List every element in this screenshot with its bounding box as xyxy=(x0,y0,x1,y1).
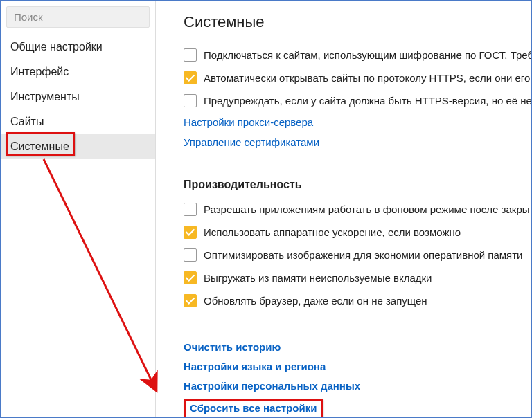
checkbox[interactable] xyxy=(184,48,197,62)
checkbox-row-optimize-images[interactable]: Оптимизировать изображения для экономии … xyxy=(184,248,531,262)
link-reset-all[interactable]: Сбросить все настройки xyxy=(190,402,317,414)
checkbox-label: Использовать аппаратное ускорение, если … xyxy=(204,225,461,239)
checkbox[interactable] xyxy=(184,248,197,262)
checkbox-label: Разрешать приложениям работать в фоновом… xyxy=(204,202,531,217)
checkbox[interactable] xyxy=(184,203,197,216)
sidebar-item-sites[interactable]: Сайты xyxy=(1,109,155,134)
checkbox-label: Оптимизировать изображения для экономии … xyxy=(204,248,522,262)
checkbox-row-hw-accel[interactable]: Использовать аппаратное ускорение, если … xyxy=(184,225,531,239)
sidebar: Поиск Общие настройки Интерфейс Инструме… xyxy=(1,1,156,417)
section-performance-title: Производительность xyxy=(184,179,531,191)
checkbox-label: Обновлять браузер, даже если он не запущ… xyxy=(204,293,427,308)
system-links: Настройки прокси-сервера Управление серт… xyxy=(184,116,531,156)
checkbox-row-update-browser[interactable]: Обновлять браузер, даже если он не запущ… xyxy=(184,293,531,308)
content-panel: Системные Подключаться к сайтам, использ… xyxy=(156,1,531,417)
sidebar-item-system[interactable]: Системные xyxy=(1,134,155,159)
page-title: Системные xyxy=(184,13,531,31)
checkbox[interactable] xyxy=(184,271,197,284)
checkbox[interactable] xyxy=(184,226,197,239)
bottom-links: Очистить историю Настройки языка и регио… xyxy=(184,341,531,417)
checkbox-label: Выгружать из памяти неиспользуемые вклад… xyxy=(204,271,432,285)
checkbox-row-unload-tabs[interactable]: Выгружать из памяти неиспользуемые вклад… xyxy=(184,271,531,285)
link-proxy-settings[interactable]: Настройки прокси-сервера xyxy=(184,116,313,128)
link-certificates[interactable]: Управление сертификатами xyxy=(184,136,319,148)
sidebar-item-interface[interactable]: Интерфейс xyxy=(1,60,155,84)
checkbox-label: Предупреждать, если у сайта должна быть … xyxy=(204,93,531,108)
checkbox[interactable] xyxy=(184,94,197,107)
search-input[interactable]: Поиск xyxy=(6,6,150,28)
sidebar-item-tools[interactable]: Инструменты xyxy=(1,84,155,109)
sidebar-item-general[interactable]: Общие настройки xyxy=(1,35,155,60)
checkbox-label: Автоматически открывать сайты по протоко… xyxy=(204,71,531,85)
annotation-highlight-reset: Сбросить все настройки xyxy=(184,399,323,417)
link-clear-history[interactable]: Очистить историю xyxy=(184,341,531,353)
checkbox[interactable] xyxy=(184,294,197,307)
link-personal-data[interactable]: Настройки персональных данных xyxy=(184,380,531,392)
checkbox-row-https-warn[interactable]: Предупреждать, если у сайта должна быть … xyxy=(184,93,531,108)
settings-window: Поиск Общие настройки Интерфейс Инструме… xyxy=(0,0,532,418)
link-language-region[interactable]: Настройки языка и региона xyxy=(184,361,531,372)
checkbox-row-background-apps[interactable]: Разрешать приложениям работать в фоновом… xyxy=(184,202,531,217)
checkbox-label: Подключаться к сайтам, использующим шифр… xyxy=(204,48,531,62)
checkbox-row-https-auto[interactable]: Автоматически открывать сайты по протоко… xyxy=(184,71,531,85)
checkbox[interactable] xyxy=(184,71,197,84)
checkbox-row-gost[interactable]: Подключаться к сайтам, использующим шифр… xyxy=(184,48,531,62)
